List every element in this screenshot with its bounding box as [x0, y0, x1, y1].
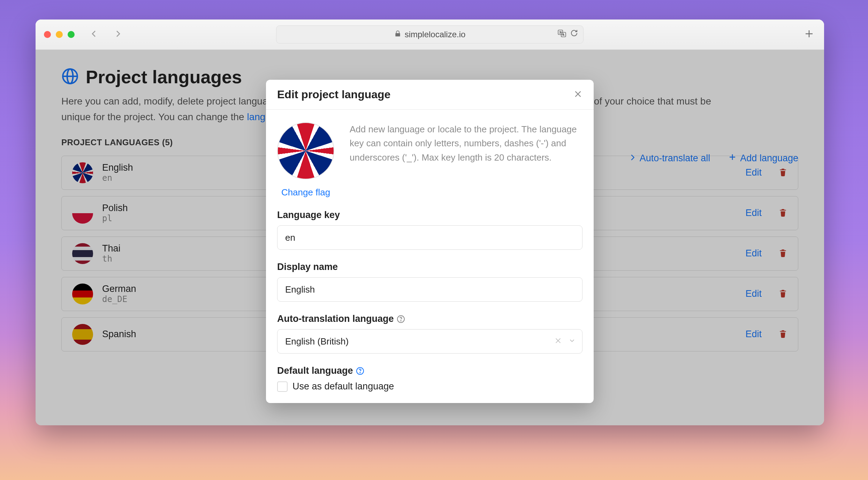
address-bar-text: simplelocalize.io: [405, 30, 466, 39]
flag-column: Change flag: [277, 122, 334, 198]
language-key-label: Language key: [277, 210, 583, 220]
default-language-label: Default language: [277, 365, 353, 376]
use-default-checkbox[interactable]: [277, 381, 288, 392]
auto-translate-select[interactable]: English (British): [277, 329, 583, 354]
auto-translate-value: English (British): [285, 336, 349, 347]
address-bar[interactable]: simplelocalize.io: [276, 25, 584, 44]
minimize-window-button[interactable]: [56, 31, 63, 38]
back-button[interactable]: [90, 30, 98, 39]
display-name-input[interactable]: [277, 277, 583, 302]
help-icon[interactable]: [397, 315, 405, 323]
translate-icon[interactable]: [557, 29, 566, 40]
forward-button[interactable]: [114, 30, 122, 39]
modal-description: Add new language or locale to the projec…: [350, 122, 583, 198]
modal-header: Edit project language: [266, 80, 594, 110]
maximize-window-button[interactable]: [68, 31, 75, 38]
help-icon[interactable]: [356, 367, 364, 375]
browser-window: simplelocalize.io Project l: [36, 20, 824, 425]
browser-toolbar: simplelocalize.io: [36, 20, 824, 50]
window-controls: [44, 31, 75, 38]
change-flag-link[interactable]: Change flag: [281, 187, 330, 198]
reload-icon[interactable]: [570, 29, 578, 40]
flag-preview: [277, 122, 334, 179]
close-window-button[interactable]: [44, 31, 51, 38]
edit-language-modal: Edit project language Change flag Add ne…: [266, 80, 594, 403]
svg-point-12: [401, 320, 401, 321]
lock-icon: [394, 30, 401, 39]
clear-icon[interactable]: [554, 336, 562, 347]
svg-point-16: [360, 372, 360, 373]
display-name-label: Display name: [277, 262, 583, 272]
auto-translate-label: Auto-translation language: [277, 313, 394, 324]
use-default-label: Use as default language: [292, 381, 394, 392]
language-key-input[interactable]: [277, 225, 583, 250]
chevron-down-icon: [568, 336, 576, 347]
close-icon[interactable]: [573, 90, 583, 100]
modal-title: Edit project language: [277, 88, 390, 101]
new-tab-button[interactable]: [804, 29, 814, 40]
